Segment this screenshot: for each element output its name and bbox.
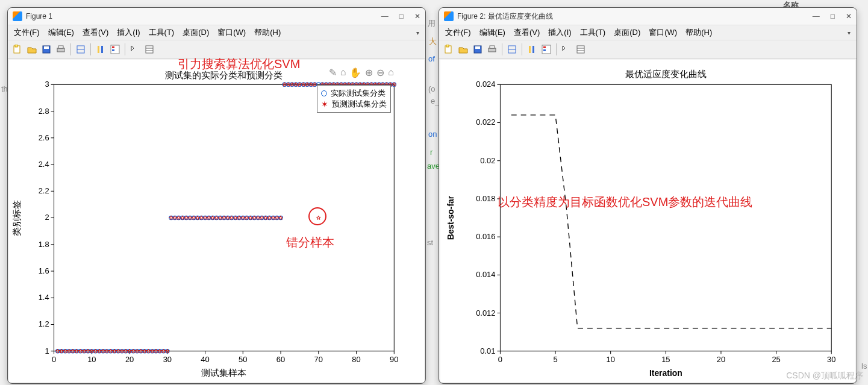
svg-rect-12 xyxy=(112,49,114,51)
save-button[interactable] xyxy=(471,43,484,56)
bg-text: st xyxy=(427,238,433,247)
axes-1[interactable]: 010203040506070809011.21.41.61.822.22.42… xyxy=(9,60,424,382)
svg-text:90: 90 xyxy=(390,355,398,364)
titlebar[interactable]: Figure 1 — □ ✕ xyxy=(8,8,425,25)
maximize-button[interactable]: □ xyxy=(399,12,404,20)
svg-text:1: 1 xyxy=(45,346,49,355)
open-button[interactable] xyxy=(457,43,470,56)
svg-rect-11 xyxy=(112,46,114,48)
svg-text:20: 20 xyxy=(125,355,134,364)
close-button[interactable]: ✕ xyxy=(846,12,852,20)
toolbar xyxy=(8,40,425,58)
open-property-inspector-button[interactable] xyxy=(143,43,156,56)
svg-rect-245 xyxy=(475,46,480,49)
figure-window-2: Figure 2: 最优适应度变化曲线 — □ ✕ 文件(F) 编辑(E) 查看… xyxy=(439,7,857,384)
close-button[interactable]: ✕ xyxy=(414,12,420,20)
bg-text: r xyxy=(430,148,432,157)
bg-text: on xyxy=(428,130,437,139)
svg-text:2.8: 2.8 xyxy=(39,107,49,116)
svg-text:30: 30 xyxy=(163,355,172,364)
svg-text:0.024: 0.024 xyxy=(476,80,495,89)
insert-colorbar-button[interactable] xyxy=(525,43,539,56)
legend-circle-icon xyxy=(321,90,327,96)
menu-overflow-icon[interactable]: ▾ xyxy=(845,28,853,37)
menu-help[interactable]: 帮助(H) xyxy=(252,26,283,39)
open-property-inspector-button[interactable] xyxy=(574,43,587,56)
svg-text:1.2: 1.2 xyxy=(39,319,49,328)
insert-legend-button[interactable] xyxy=(108,43,122,56)
save-button[interactable] xyxy=(40,43,53,56)
link-button[interactable] xyxy=(505,43,519,56)
bg-text: (o xyxy=(428,84,436,93)
menu-insert[interactable]: 插入(I) xyxy=(114,26,142,39)
svg-text:0.012: 0.012 xyxy=(476,308,495,318)
edit-plot-button[interactable] xyxy=(128,43,142,56)
bg-text: ave xyxy=(427,161,440,171)
menu-desktop[interactable]: 桌面(D) xyxy=(180,26,211,39)
menu-insert[interactable]: 插入(I) xyxy=(546,26,573,39)
menu-help[interactable]: 帮助(H) xyxy=(683,26,714,39)
svg-text:0.014: 0.014 xyxy=(476,270,495,279)
menu-view[interactable]: 查看(V) xyxy=(80,26,111,39)
toolbar xyxy=(439,40,857,58)
svg-rect-251 xyxy=(532,46,534,53)
svg-text:15: 15 xyxy=(661,355,670,364)
svg-text:20: 20 xyxy=(717,355,725,364)
svg-text:25: 25 xyxy=(772,355,780,364)
svg-rect-13 xyxy=(146,46,153,53)
menu-desktop[interactable]: 桌面(D) xyxy=(611,26,643,39)
svg-rect-254 xyxy=(543,49,546,51)
titlebar[interactable]: Figure 2: 最优适应度变化曲线 — □ ✕ xyxy=(439,8,857,25)
menu-tools[interactable]: 工具(T) xyxy=(578,26,608,39)
menu-edit[interactable]: 编辑(E) xyxy=(477,26,508,39)
minimize-button[interactable]: — xyxy=(813,12,820,20)
zoom-out-icon[interactable]: ⊖ xyxy=(376,67,384,78)
svg-rect-253 xyxy=(543,46,546,48)
new-figure-button[interactable] xyxy=(11,43,24,56)
axes-2[interactable]: 0510152025300.010.0120.0140.0160.0180.02… xyxy=(440,60,855,382)
svg-text:1.8: 1.8 xyxy=(39,240,49,249)
svg-text:测试集的实际分类和预测分类: 测试集的实际分类和预测分类 xyxy=(165,70,283,80)
open-button[interactable] xyxy=(25,43,39,56)
window-title: Figure 2: 最优适应度变化曲线 xyxy=(457,11,813,22)
print-button[interactable] xyxy=(54,43,67,56)
svg-text:0.016: 0.016 xyxy=(476,232,495,241)
insert-colorbar-button[interactable] xyxy=(94,43,107,56)
svg-text:Iteration: Iteration xyxy=(649,369,682,378)
svg-text:80: 80 xyxy=(352,355,360,364)
watermark: CSDN @顶呱呱程序 xyxy=(786,371,863,381)
edit-plot-button[interactable] xyxy=(560,43,573,56)
brush-icon[interactable]: ✎ xyxy=(329,67,337,78)
minimize-button[interactable]: — xyxy=(381,12,389,20)
svg-text:10: 10 xyxy=(607,355,615,364)
zoom-in-icon[interactable]: ⊕ xyxy=(365,67,373,78)
maximize-button[interactable]: □ xyxy=(831,12,835,20)
link-button[interactable] xyxy=(74,43,87,56)
menu-window[interactable]: 窗口(W) xyxy=(215,26,248,39)
menu-file[interactable]: 文件(F) xyxy=(443,26,473,39)
restore-view-icon[interactable]: ⌂ xyxy=(340,67,346,78)
legend[interactable]: 实际测试集分类 ✶预测测试集分类 xyxy=(317,85,391,113)
pan-icon[interactable]: ✋ xyxy=(349,67,361,78)
menu-file[interactable]: 文件(F) xyxy=(11,26,42,39)
svg-text:10: 10 xyxy=(87,355,96,364)
menu-window[interactable]: 窗口(W) xyxy=(646,26,679,39)
menu-view[interactable]: 查看(V) xyxy=(511,26,542,39)
menu-tools[interactable]: 工具(T) xyxy=(146,26,177,39)
svg-text:50: 50 xyxy=(239,355,247,364)
matlab-logo-icon xyxy=(444,11,454,21)
matlab-logo-icon xyxy=(13,11,22,21)
svg-text:1.6: 1.6 xyxy=(39,266,49,275)
home-icon[interactable]: ⌂ xyxy=(388,67,394,78)
svg-text:1.4: 1.4 xyxy=(39,293,49,302)
svg-rect-3 xyxy=(44,46,49,49)
insert-legend-button[interactable] xyxy=(540,43,553,56)
bg-text: ls xyxy=(861,362,867,371)
svg-text:0.022: 0.022 xyxy=(476,117,495,127)
print-button[interactable] xyxy=(486,43,499,56)
menu-edit[interactable]: 编辑(E) xyxy=(46,26,76,39)
svg-text:30: 30 xyxy=(827,355,835,364)
new-figure-button[interactable] xyxy=(442,43,455,56)
menu-overflow-icon[interactable]: ▾ xyxy=(414,28,422,37)
svg-rect-1 xyxy=(15,45,17,47)
